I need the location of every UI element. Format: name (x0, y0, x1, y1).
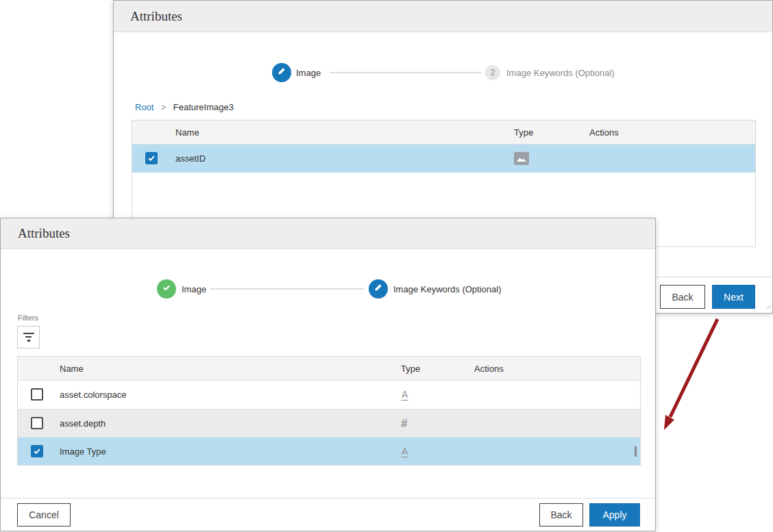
dialog-title: Attributes (1, 226, 70, 241)
step1-label: Image (296, 68, 321, 78)
number-type-icon: # (401, 409, 407, 438)
dialog-title: Attributes (114, 9, 182, 24)
step2-label: Image Keywords (Optional) (506, 68, 615, 78)
check-icon (162, 283, 171, 295)
row-checkbox[interactable] (31, 445, 43, 457)
row-name: asset.depth (60, 409, 106, 438)
checkmark-icon (147, 154, 156, 162)
pencil-icon (373, 283, 383, 295)
apply-button[interactable]: Apply (589, 503, 640, 527)
step2-label: Image Keywords (Optional) (393, 284, 502, 294)
next-button[interactable]: Next (712, 285, 755, 309)
step2-number: 2 (491, 68, 495, 77)
filters-label: Filters (18, 314, 38, 322)
pencil-icon (277, 66, 286, 79)
table-header: Name Type Actions (18, 357, 640, 381)
row-checkbox[interactable] (145, 152, 158, 164)
back-button[interactable]: Back (539, 503, 583, 527)
column-header-type: Type (514, 121, 533, 144)
step2-active-indicator (369, 279, 388, 299)
filter-icon (23, 333, 34, 342)
cancel-button[interactable]: Cancel (17, 503, 71, 527)
image-type-icon (514, 144, 529, 173)
row-checkbox[interactable] (31, 388, 43, 401)
text-type-icon: A (401, 381, 408, 409)
back-button-label: Back (550, 509, 572, 520)
next-button-label: Next (724, 292, 744, 303)
column-header-name: Name (60, 357, 84, 381)
table-header: Name Type Actions (132, 121, 755, 144)
breadcrumb-separator: > (161, 103, 166, 112)
back-button-label: Back (672, 292, 693, 303)
row-name: assetID (175, 144, 206, 173)
cancel-button-label: Cancel (29, 509, 59, 520)
checkmark-icon (33, 447, 41, 455)
screen: Attributes Image 2 Image Keywords (Optio… (0, 0, 773, 532)
dialog-header: Attributes (1, 218, 655, 249)
resize-handle-icon[interactable] (766, 300, 772, 312)
filter-button[interactable] (17, 326, 40, 349)
table-row-image-type[interactable]: Image Type A (18, 437, 640, 465)
back-button[interactable]: Back (660, 285, 705, 309)
row-name: Image Type (60, 438, 106, 466)
attributes-dialog-step2: Attributes Image Image Keywords (Optiona… (0, 218, 656, 531)
step1-label: Image (182, 284, 206, 294)
breadcrumb: Root > FeatureImage3 (135, 102, 234, 112)
stepper-connector (210, 288, 364, 290)
breadcrumb-current: FeatureImage3 (173, 102, 234, 112)
column-header-type: Type (401, 357, 420, 381)
apply-button-label: Apply (602, 509, 626, 520)
dialog-header: Attributes (114, 1, 772, 32)
attributes-table: Name Type Actions asset.colorspace A ass… (17, 356, 641, 466)
table-row-asset-depth[interactable]: asset.depth # (18, 409, 640, 437)
text-type-icon: A (401, 438, 408, 466)
row-checkbox[interactable] (31, 417, 43, 429)
table-row-assetid[interactable]: assetID (132, 144, 755, 173)
step1-active-indicator (272, 63, 291, 82)
stepper-connector (330, 72, 482, 73)
step2-number-badge: 2 (485, 65, 500, 80)
dialog-footer: Cancel Back Apply (1, 498, 655, 531)
breadcrumb-root-link[interactable]: Root (135, 102, 154, 112)
row-name: asset.colorspace (60, 381, 127, 409)
column-header-actions: Actions (474, 357, 504, 381)
column-header-actions: Actions (589, 121, 619, 144)
scrollbar-thumb[interactable] (635, 446, 637, 457)
table-row-asset-colorspace[interactable]: asset.colorspace A (18, 381, 640, 409)
step1-completed-indicator (157, 279, 176, 299)
column-header-name: Name (175, 121, 199, 144)
